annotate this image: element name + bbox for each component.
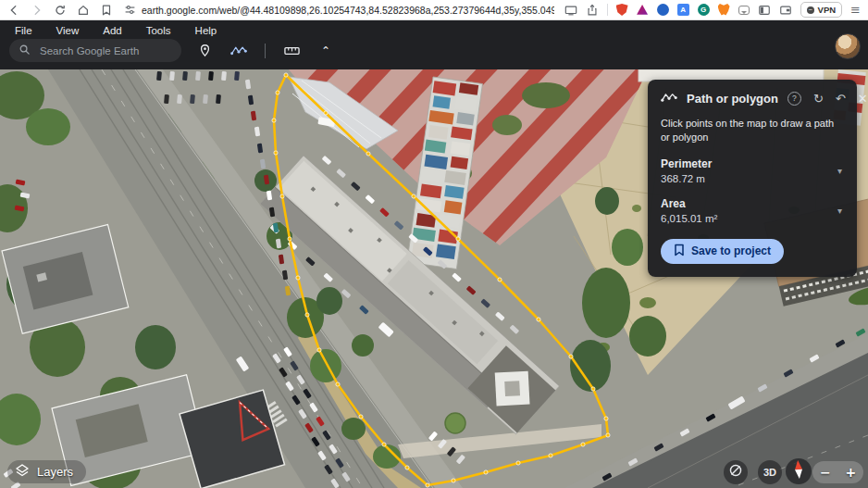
area-row: Area 6,015.01 m² ▾ (661, 197, 844, 224)
redo-icon[interactable]: ↻ (813, 93, 824, 105)
toggle-visibility-button[interactable] (724, 460, 748, 484)
layers-label: Layers (37, 465, 73, 479)
path-polygon-icon (661, 90, 677, 106)
perimeter-value: 368.72 m (661, 173, 712, 184)
translate-extension-icon[interactable]: A (677, 4, 689, 16)
share-icon[interactable] (586, 4, 599, 17)
zoom-controls: − + (812, 461, 863, 483)
toolbar-divider (607, 4, 608, 16)
close-icon[interactable]: ✕ (858, 93, 868, 105)
profile-avatar[interactable] (835, 33, 861, 59)
menu-help[interactable]: Help (195, 25, 217, 36)
eye-off-icon (728, 463, 743, 482)
bookmark-add-icon (674, 244, 685, 259)
search-box[interactable] (9, 39, 181, 62)
area-label: Area (661, 197, 717, 210)
draw-path-polygon-icon[interactable] (230, 43, 247, 59)
reload-icon[interactable] (54, 4, 67, 17)
back-icon[interactable] (7, 4, 20, 17)
menu-add[interactable]: Add (103, 25, 121, 36)
layers-icon (15, 464, 30, 480)
menu-tools[interactable]: Tools (146, 25, 171, 36)
add-placemark-icon[interactable] (196, 43, 213, 59)
earth-header: File View Add Tools Help ⌃ (0, 20, 868, 69)
blue-circle-extension-icon[interactable] (657, 4, 669, 16)
tool-divider (265, 44, 266, 58)
compass-button[interactable] (786, 458, 812, 484)
area-unit-dropdown-icon[interactable]: ▾ (837, 206, 844, 216)
triangle-extension-icon[interactable] (637, 4, 649, 16)
menu-bar: File View Add Tools Help (0, 20, 868, 36)
menu-file[interactable]: File (15, 25, 32, 36)
address-bar[interactable]: earth.google.com/web/@44.48109898,26.102… (123, 4, 554, 17)
perimeter-row: Perimeter 368.72 m ▾ (661, 157, 844, 184)
brave-shield-extension-icon[interactable] (616, 4, 628, 16)
panel-instructions: Click points on the map to draw a path o… (661, 117, 844, 144)
metamask-extension-icon[interactable] (718, 4, 730, 16)
browser-menu-icon[interactable]: ≡ (850, 4, 861, 16)
chat-extension-icon[interactable] (738, 6, 750, 15)
menu-view[interactable]: View (56, 25, 80, 36)
sidebar-toggle-icon[interactable] (758, 4, 771, 17)
panel-title: Path or polygon (687, 92, 778, 106)
measure-ruler-icon[interactable] (283, 43, 300, 59)
zoom-out-button[interactable]: − (820, 466, 831, 479)
home-icon[interactable] (77, 4, 90, 17)
vpn-badge[interactable]: − VPN (800, 2, 843, 18)
3d-toggle-button[interactable]: 3D (758, 460, 782, 484)
cast-icon[interactable] (564, 4, 577, 17)
wallet-icon[interactable] (779, 4, 792, 17)
area-value: 6,015.01 m² (661, 213, 717, 224)
vpn-dot-icon: − (807, 6, 814, 14)
path-polygon-panel: Path or polygon ? ↻ ↶ ✕ Click points on … (648, 80, 857, 277)
zoom-in-button[interactable]: + (845, 466, 856, 479)
search-input[interactable] (38, 44, 172, 57)
forward-icon[interactable] (31, 4, 43, 17)
search-icon (19, 43, 31, 59)
bookmark-icon[interactable] (100, 4, 113, 17)
browser-toolbar: earth.google.com/web/@44.48109898,26.102… (0, 0, 868, 20)
perimeter-label: Perimeter (661, 157, 712, 170)
undo-icon[interactable]: ↶ (836, 93, 846, 105)
perimeter-unit-dropdown-icon[interactable]: ▾ (837, 166, 844, 176)
url-text[interactable]: earth.google.com/web/@44.48109898,26.102… (142, 5, 554, 16)
browser-extensions-row: A G − VPN ≡ (564, 2, 861, 18)
layers-button[interactable]: Layers (7, 460, 86, 483)
compass-needle-icon (786, 457, 812, 486)
collapse-toolbar-icon[interactable]: ⌃ (317, 43, 334, 59)
help-icon[interactable]: ? (787, 92, 801, 106)
save-to-project-button[interactable]: Save to project (661, 239, 784, 264)
site-settings-icon[interactable] (123, 4, 136, 17)
grammarly-extension-icon[interactable]: G (698, 4, 710, 16)
